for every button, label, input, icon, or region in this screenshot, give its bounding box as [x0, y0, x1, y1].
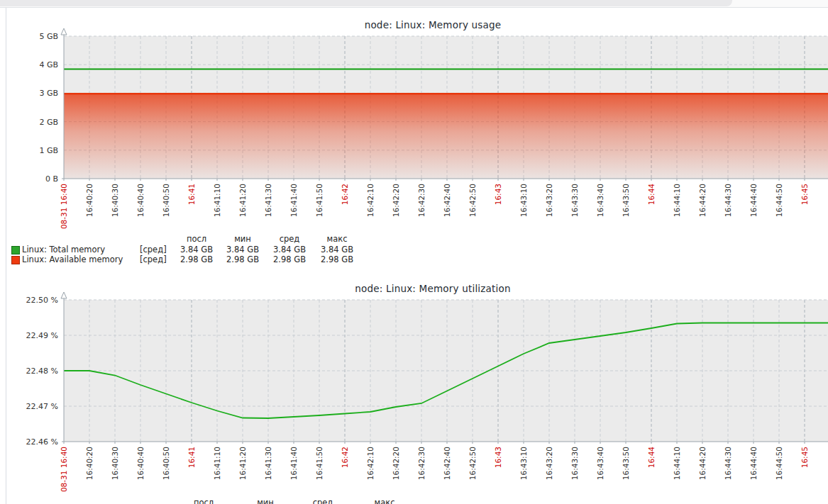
legend-column-header: посл	[194, 498, 214, 504]
y-axis-label: 22.46 %	[26, 437, 58, 447]
legend-column-header: сред	[280, 235, 300, 243]
y-axis-label: 22.49 %	[26, 331, 58, 340]
x-axis-label: 16:40:40	[136, 447, 145, 480]
legend-aggregation: [сред]	[140, 255, 167, 264]
legend-value: 3.84 GB	[226, 245, 259, 254]
legend-value: 3.84 GB	[180, 245, 213, 254]
legend-series-label: Linux: Total memory	[22, 245, 105, 254]
legend-column-header: макс	[375, 498, 395, 504]
x-axis-label: 16:42:10	[366, 447, 375, 480]
x-axis-label-major: 16:44	[647, 447, 656, 469]
legend-series-label: Linux: Available memory	[22, 255, 123, 264]
legend-value: 3.84 GB	[321, 245, 353, 254]
x-axis-label-major: 08-31 16:40	[60, 447, 68, 492]
x-axis-label: 16:44:50	[775, 447, 783, 480]
x-axis-label: 16:42:50	[468, 447, 477, 480]
legend-value: 2.98 GB	[273, 255, 306, 264]
memory-utilization-chart-title: node: Linux: Memory utilization	[64, 283, 802, 294]
y-axis-label: 22.48 %	[26, 366, 58, 376]
x-axis-label: 16:44:30	[724, 447, 732, 480]
x-axis-label-major: 16:42	[341, 447, 349, 468]
x-axis-label: 16:44:40	[749, 447, 758, 480]
x-axis-label: 16:44:10	[673, 447, 681, 480]
legend-column-header: мин	[234, 235, 251, 243]
top-bar-segment	[0, 0, 732, 6]
legend-value: 3.84 GB	[273, 245, 306, 254]
x-axis-label: 16:41:30	[264, 447, 272, 480]
x-axis-label: 16:41:20	[238, 447, 247, 480]
x-axis-label-major: 16:45	[800, 447, 809, 468]
x-axis-label: 16:40:50	[162, 447, 170, 480]
legend-value: 2.98 GB	[226, 255, 259, 264]
x-axis-label: 16:40:30	[111, 447, 119, 480]
top-bar	[0, 0, 828, 8]
x-axis-label: 16:42:30	[417, 447, 426, 480]
legend-value: 2.98 GB	[321, 255, 353, 264]
legend-value: 2.98 GB	[180, 255, 213, 264]
memory-utilization-legend: послминсредмакс	[0, 498, 454, 504]
x-axis-label: 16:42:40	[443, 447, 451, 480]
y-axis-label: 22.47 %	[26, 402, 58, 411]
legend-swatch	[11, 246, 20, 254]
x-axis-label-major: 16:41	[187, 447, 196, 468]
x-axis-label: 16:41:50	[315, 447, 324, 480]
x-axis-label-major: 16:43	[494, 447, 502, 468]
legend-column-header: мин	[257, 498, 274, 504]
x-axis-label: 16:44:20	[698, 447, 707, 480]
legend-column-header: посл	[187, 235, 206, 243]
legend-column-header: сред	[313, 498, 333, 504]
x-axis-label: 16:40:20	[85, 447, 94, 480]
panel-left-border	[6, 8, 6, 504]
x-axis-label: 16:43:50	[622, 447, 630, 480]
memory-usage-legend: послминсредмаксLinux: Total memory[сред]…	[0, 235, 454, 269]
memory-usage-chart-title: node: Linux: Memory usage	[64, 19, 802, 30]
x-axis-label: 16:43:30	[570, 447, 579, 480]
x-axis-label: 16:43:10	[519, 447, 528, 480]
legend-aggregation: [сред]	[140, 245, 167, 254]
legend-column-header: макс	[327, 235, 348, 243]
x-axis-label: 16:43:40	[596, 447, 605, 480]
x-axis-label: 16:41:10	[213, 447, 221, 480]
zabbix-graphs-page: 08-31 16:4016:40:2016:40:3016:40:4016:40…	[0, 0, 828, 504]
legend-swatch	[11, 256, 20, 264]
x-axis-label: 16:43:20	[545, 447, 553, 480]
y-axis-label: 22.50 %	[26, 296, 58, 305]
x-axis-label: 16:42:20	[392, 447, 400, 480]
x-axis-label: 16:41:40	[289, 447, 298, 480]
